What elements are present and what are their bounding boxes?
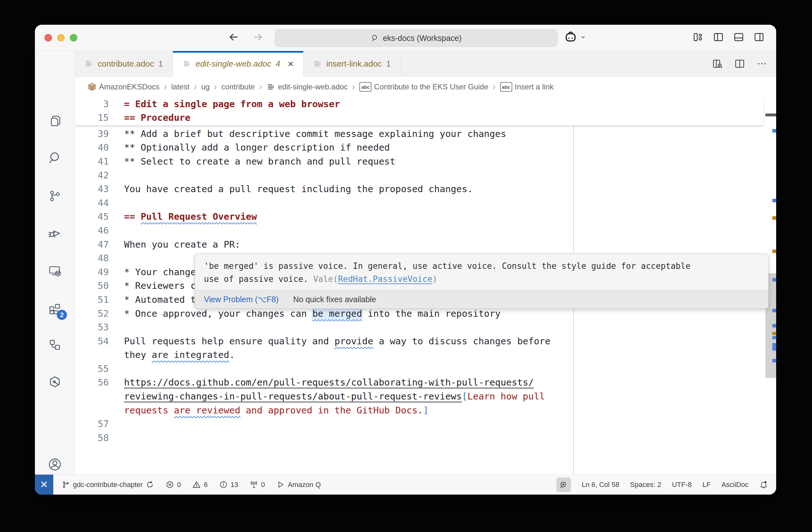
code-line: 45== Pull Request Overview bbox=[75, 210, 764, 224]
overview-mark bbox=[772, 216, 776, 220]
minimize-window-button[interactable] bbox=[57, 34, 65, 42]
code-editor[interactable]: 39** Add a brief but descriptive commit … bbox=[75, 97, 776, 474]
breadcrumb-item[interactable]: contribute bbox=[221, 83, 255, 91]
breadcrumb-label: Contribute to the EKS User Guide bbox=[374, 83, 488, 91]
tab-insert-link.adoc[interactable]: insert-link.adoc1 bbox=[304, 51, 401, 76]
line-number: 49 bbox=[75, 267, 109, 277]
indentation[interactable]: Spaces: 2 bbox=[630, 481, 661, 489]
code-span: Pull requests help ensure quality and bbox=[124, 336, 334, 346]
breadcrumb-item[interactable]: abcInsert a link bbox=[500, 82, 554, 92]
copilot-icon[interactable] bbox=[564, 30, 577, 45]
line-number: 53 bbox=[75, 322, 109, 332]
remote-indicator[interactable] bbox=[35, 475, 53, 494]
code-span: When you create a PR: bbox=[124, 239, 241, 250]
remote-explorer-icon bbox=[48, 264, 62, 278]
breadcrumb-item[interactable]: AmazonEKSDocs bbox=[88, 83, 160, 91]
activity-bar-item-references[interactable] bbox=[35, 329, 74, 362]
status-label: gdc-contribute-chapter bbox=[73, 481, 143, 489]
code-span: a way to discuss changes before bbox=[373, 336, 551, 346]
activity-bar-item-extensions[interactable]: 2 bbox=[35, 292, 74, 325]
code-span: == bbox=[124, 211, 141, 222]
info-icon bbox=[219, 480, 228, 489]
maximize-window-button[interactable] bbox=[70, 34, 77, 42]
open-changes-icon[interactable] bbox=[712, 58, 723, 69]
view-problem-link[interactable]: View Problem (⌥F8) bbox=[204, 295, 278, 304]
code-line: 3= Edit a single page from a web browser bbox=[75, 97, 764, 111]
vale-rule-link[interactable]: RedHat.PassiveVoice bbox=[338, 274, 432, 284]
eol[interactable]: LF bbox=[702, 481, 711, 489]
ports-item[interactable]: 0 bbox=[250, 480, 265, 489]
status-bar: gdc-contribute-chapter06130Amazon Q Ln 6… bbox=[35, 474, 776, 494]
status-label: LF bbox=[702, 481, 711, 489]
run-debug-icon bbox=[48, 226, 62, 240]
customize-layout-icon[interactable] bbox=[693, 32, 704, 44]
line-number: 40 bbox=[75, 142, 109, 153]
warnings-count[interactable]: 6 bbox=[192, 480, 207, 489]
breadcrumb-separator: › bbox=[163, 82, 168, 92]
bell-icon bbox=[759, 480, 768, 489]
warning-icon bbox=[192, 480, 201, 489]
split-editor-icon[interactable] bbox=[734, 58, 745, 69]
toggle-panel-icon[interactable] bbox=[733, 32, 744, 44]
overview-mark bbox=[772, 199, 776, 202]
line-content: ** Add a brief but descriptive commit me… bbox=[124, 129, 506, 139]
status-label: UTF-8 bbox=[672, 481, 692, 489]
activity-bar: 2⚙ bbox=[35, 51, 75, 474]
code-span: requests bbox=[124, 405, 174, 416]
line-content: When you create a PR: bbox=[124, 239, 241, 250]
extensions-badge: 2 bbox=[57, 310, 67, 320]
activity-bar-item-search[interactable] bbox=[35, 141, 74, 174]
tab-contribute.adoc[interactable]: contribute.adoc1 bbox=[75, 51, 173, 76]
tab-edit-single-web.adoc[interactable]: edit-single-web.adoc4× bbox=[173, 51, 304, 77]
line-content: * Your change bbox=[124, 267, 196, 277]
command-center-search[interactable]: eks-docs (Workspace) bbox=[275, 29, 557, 47]
line-number: 44 bbox=[75, 197, 109, 208]
toggle-secondary-sidebar-icon[interactable] bbox=[754, 32, 765, 44]
overview-mark bbox=[772, 278, 776, 282]
infos-count[interactable]: 13 bbox=[219, 480, 238, 489]
cursor-position[interactable]: Ln 6, Col 58 bbox=[582, 481, 620, 489]
line-number: 41 bbox=[75, 156, 109, 167]
title-bar: eks-docs (Workspace) bbox=[35, 25, 776, 51]
back-arrow-icon[interactable] bbox=[228, 32, 239, 44]
breadcrumb-item[interactable]: edit-single-web.adoc bbox=[266, 83, 348, 91]
zoom-in-icon bbox=[559, 480, 568, 489]
breadcrumb-item[interactable]: abcContribute to the EKS User Guide bbox=[359, 82, 488, 92]
close-window-button[interactable] bbox=[44, 34, 52, 42]
code-line: they are integrated. bbox=[75, 348, 764, 362]
errors-count[interactable]: 0 bbox=[165, 480, 181, 489]
activity-bar-item-remote-explorer[interactable] bbox=[35, 255, 74, 288]
references-icon bbox=[48, 338, 62, 352]
language-mode[interactable]: AsciiDoc bbox=[721, 481, 749, 489]
line-content: == Procedure bbox=[124, 112, 191, 123]
code-span: be merged bbox=[313, 308, 362, 319]
code-line: 55 bbox=[75, 362, 764, 376]
activity-bar-item-explorer[interactable] bbox=[35, 105, 74, 137]
toggle-primary-sidebar-icon[interactable] bbox=[713, 32, 724, 44]
line-content: == Pull Request Overview bbox=[124, 211, 257, 222]
error-icon bbox=[165, 480, 174, 489]
zoom-in-icon bbox=[556, 477, 571, 492]
code-span: reviewing-changes-in-pull-requests/about… bbox=[124, 391, 462, 402]
overview-mark bbox=[765, 114, 776, 116]
activity-bar-item-amazon-q[interactable] bbox=[35, 366, 74, 399]
forward-arrow-icon[interactable] bbox=[252, 32, 263, 44]
doc-lines-icon bbox=[183, 59, 191, 68]
breadcrumb-item[interactable]: ug bbox=[201, 83, 210, 91]
branch-item[interactable]: gdc-contribute-chapter bbox=[61, 480, 154, 489]
line-content: Pull requests help ensure quality and pr… bbox=[124, 336, 550, 346]
activity-bar-item-source-control[interactable] bbox=[35, 179, 74, 212]
encoding[interactable]: UTF-8 bbox=[672, 481, 692, 489]
close-icon[interactable]: × bbox=[288, 58, 294, 70]
breadcrumb-item[interactable]: latest bbox=[171, 83, 189, 91]
code-span: are reviewed bbox=[174, 405, 241, 416]
radio-tower-icon bbox=[250, 480, 258, 489]
code-line: 46 bbox=[75, 223, 764, 237]
notifications[interactable] bbox=[759, 480, 768, 489]
zoom-item[interactable] bbox=[556, 477, 571, 492]
status-label: 13 bbox=[231, 481, 238, 489]
more-actions-icon[interactable] bbox=[756, 58, 767, 69]
chevron-down-icon[interactable] bbox=[580, 34, 586, 42]
activity-bar-item-run-debug[interactable] bbox=[35, 216, 74, 249]
amazon-q-item[interactable]: Amazon Q bbox=[276, 480, 321, 489]
